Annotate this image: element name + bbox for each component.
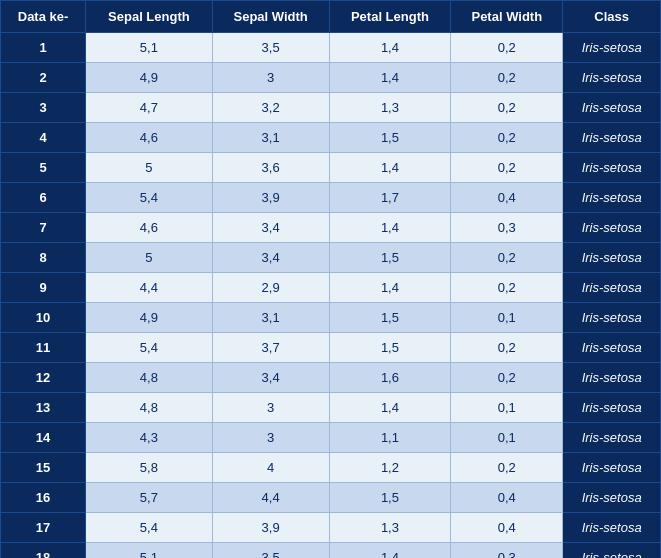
cell-sepal-width: 3,7 (212, 333, 329, 363)
table-row: 175,43,91,30,4Iris-setosa (1, 513, 661, 543)
cell-id: 1 (1, 33, 86, 63)
cell-class: Iris-setosa (563, 243, 661, 273)
cell-petal-width: 0,1 (451, 303, 563, 333)
cell-class: Iris-setosa (563, 183, 661, 213)
cell-petal-width: 0,2 (451, 273, 563, 303)
cell-sepal-length: 5,1 (86, 33, 213, 63)
cell-petal-length: 1,5 (329, 303, 451, 333)
cell-sepal-length: 5,4 (86, 183, 213, 213)
cell-class: Iris-setosa (563, 483, 661, 513)
cell-id: 11 (1, 333, 86, 363)
cell-sepal-width: 3,6 (212, 153, 329, 183)
cell-petal-length: 1,4 (329, 153, 451, 183)
cell-petal-width: 0,2 (451, 243, 563, 273)
col-header-sepal-length: Sepal Length (86, 1, 213, 33)
cell-sepal-width: 3,1 (212, 123, 329, 153)
cell-sepal-width: 3 (212, 393, 329, 423)
cell-id: 2 (1, 63, 86, 93)
cell-petal-length: 1,2 (329, 453, 451, 483)
cell-sepal-width: 3,1 (212, 303, 329, 333)
cell-class: Iris-setosa (563, 363, 661, 393)
cell-sepal-width: 4,4 (212, 483, 329, 513)
cell-id: 18 (1, 543, 86, 559)
cell-petal-length: 1,5 (329, 333, 451, 363)
table-row: 65,43,91,70,4Iris-setosa (1, 183, 661, 213)
cell-class: Iris-setosa (563, 93, 661, 123)
table-row: 155,841,20,2Iris-setosa (1, 453, 661, 483)
cell-sepal-length: 5 (86, 243, 213, 273)
iris-data-table: Data ke- Sepal Length Sepal Width Petal … (0, 0, 661, 558)
cell-sepal-width: 2,9 (212, 273, 329, 303)
cell-sepal-length: 4,8 (86, 363, 213, 393)
cell-class: Iris-setosa (563, 273, 661, 303)
cell-id: 5 (1, 153, 86, 183)
table-row: 115,43,71,50,2Iris-setosa (1, 333, 661, 363)
cell-sepal-length: 4,7 (86, 93, 213, 123)
cell-id: 12 (1, 363, 86, 393)
table-row: 853,41,50,2Iris-setosa (1, 243, 661, 273)
cell-petal-length: 1,5 (329, 123, 451, 153)
cell-id: 16 (1, 483, 86, 513)
cell-petal-width: 0,1 (451, 423, 563, 453)
cell-class: Iris-setosa (563, 513, 661, 543)
cell-sepal-width: 3,5 (212, 543, 329, 559)
cell-petal-width: 0,2 (451, 153, 563, 183)
cell-sepal-length: 4,3 (86, 423, 213, 453)
cell-petal-width: 0,2 (451, 63, 563, 93)
col-header-sepal-width: Sepal Width (212, 1, 329, 33)
cell-id: 4 (1, 123, 86, 153)
cell-sepal-width: 3,4 (212, 213, 329, 243)
cell-sepal-width: 4 (212, 453, 329, 483)
cell-sepal-width: 3,9 (212, 513, 329, 543)
cell-sepal-width: 3,2 (212, 93, 329, 123)
cell-class: Iris-setosa (563, 333, 661, 363)
cell-id: 15 (1, 453, 86, 483)
cell-petal-width: 0,3 (451, 213, 563, 243)
cell-id: 6 (1, 183, 86, 213)
cell-petal-length: 1,3 (329, 93, 451, 123)
cell-sepal-length: 5 (86, 153, 213, 183)
col-header-petal-length: Petal Length (329, 1, 451, 33)
cell-sepal-width: 3,5 (212, 33, 329, 63)
cell-id: 17 (1, 513, 86, 543)
cell-sepal-length: 5,4 (86, 513, 213, 543)
table-row: 74,63,41,40,3Iris-setosa (1, 213, 661, 243)
cell-sepal-length: 4,6 (86, 213, 213, 243)
cell-petal-width: 0,2 (451, 123, 563, 153)
table-row: 124,83,41,60,2Iris-setosa (1, 363, 661, 393)
cell-id: 10 (1, 303, 86, 333)
cell-sepal-length: 4,6 (86, 123, 213, 153)
cell-sepal-length: 4,9 (86, 303, 213, 333)
cell-sepal-width: 3,4 (212, 243, 329, 273)
table-row: 94,42,91,40,2Iris-setosa (1, 273, 661, 303)
table-header-row: Data ke- Sepal Length Sepal Width Petal … (1, 1, 661, 33)
cell-petal-width: 0,3 (451, 543, 563, 559)
cell-class: Iris-setosa (563, 63, 661, 93)
cell-class: Iris-setosa (563, 303, 661, 333)
cell-id: 13 (1, 393, 86, 423)
cell-petal-length: 1,5 (329, 483, 451, 513)
cell-petal-length: 1,4 (329, 273, 451, 303)
cell-petal-length: 1,4 (329, 63, 451, 93)
cell-id: 7 (1, 213, 86, 243)
cell-petal-width: 0,2 (451, 453, 563, 483)
cell-sepal-width: 3,9 (212, 183, 329, 213)
table-row: 553,61,40,2Iris-setosa (1, 153, 661, 183)
cell-id: 8 (1, 243, 86, 273)
cell-petal-length: 1,3 (329, 513, 451, 543)
cell-petal-length: 1,5 (329, 243, 451, 273)
cell-petal-width: 0,2 (451, 333, 563, 363)
cell-sepal-length: 5,1 (86, 543, 213, 559)
col-header-petal-width: Petal Width (451, 1, 563, 33)
cell-petal-width: 0,1 (451, 393, 563, 423)
cell-sepal-length: 5,4 (86, 333, 213, 363)
cell-sepal-length: 5,8 (86, 453, 213, 483)
cell-class: Iris-setosa (563, 33, 661, 63)
table-row: 34,73,21,30,2Iris-setosa (1, 93, 661, 123)
cell-petal-length: 1,4 (329, 33, 451, 63)
cell-sepal-length: 4,8 (86, 393, 213, 423)
cell-petal-length: 1,4 (329, 213, 451, 243)
cell-class: Iris-setosa (563, 393, 661, 423)
table-row: 15,13,51,40,2Iris-setosa (1, 33, 661, 63)
table-row: 165,74,41,50,4Iris-setosa (1, 483, 661, 513)
